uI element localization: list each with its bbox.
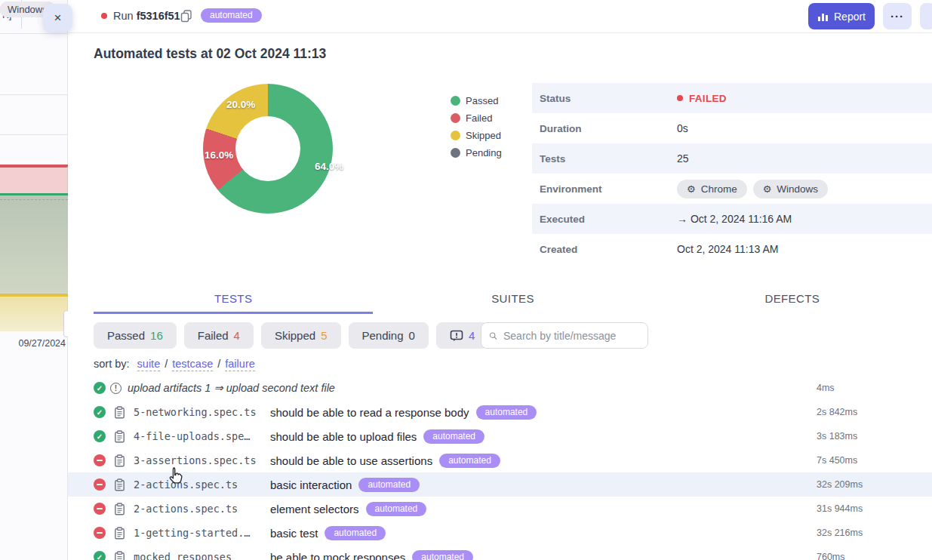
run-status-dot <box>101 13 107 19</box>
report-button[interactable]: Report <box>808 3 875 29</box>
status-filter-bar: Passed 16 Failed 4 Skipped 5 Pending 0 4 <box>94 322 488 349</box>
filter-label: Failed <box>198 329 229 342</box>
sort-separator: / <box>217 358 220 370</box>
test-row[interactable]: 3-assertions.spec.ts should be able to u… <box>68 448 932 472</box>
test-row[interactable]: 5-networking.spec.ts should be able to r… <box>68 400 932 424</box>
summary-label: Created <box>532 244 677 255</box>
partial-button[interactable] <box>920 3 932 29</box>
tab-defects[interactable]: DEFECTS <box>653 285 932 314</box>
filter-skipped-button[interactable]: Skipped 5 <box>261 322 341 349</box>
environment-chip-label: Chrome <box>701 183 737 195</box>
result-tabs: TESTS SUITES DEFECTS <box>94 285 932 314</box>
test-row[interactable]: 1-getting-started.… basic testautomated … <box>68 521 932 545</box>
test-title: basic interaction <box>270 478 352 491</box>
more-options-button[interactable]: ··· <box>883 3 912 29</box>
legend-item-skipped[interactable]: Skipped <box>451 127 502 144</box>
summary-value: 25 <box>677 152 689 165</box>
filter-label: Passed <box>107 329 145 342</box>
passed-status-icon <box>94 382 106 394</box>
legend-label: Skipped <box>466 130 501 141</box>
legend-label: Passed <box>466 95 498 106</box>
passed-status-icon <box>94 551 106 560</box>
copy-icon[interactable] <box>180 9 193 23</box>
close-panel-button[interactable]: × <box>43 4 72 32</box>
report-button-label: Report <box>834 11 866 23</box>
summary-row-tests: Tests 25 <box>532 143 932 174</box>
test-row[interactable]: 4-file-uploads.spe… should be able to up… <box>68 424 932 448</box>
chart-skipped-area <box>0 297 68 331</box>
test-title: element selectors <box>270 503 359 515</box>
summary-label: Tests <box>532 153 677 165</box>
summary-label: Environment <box>532 183 677 195</box>
filter-count: 4 <box>234 329 240 342</box>
sort-by-testcase-link[interactable]: testcase <box>172 358 213 371</box>
sort-by-failure-link[interactable]: failure <box>225 358 255 371</box>
filter-failed-button[interactable]: Failed 4 <box>184 322 254 349</box>
chart-failed-area <box>0 168 68 193</box>
test-duration: 7s 450ms <box>817 455 932 466</box>
automated-badge: automated <box>358 478 420 492</box>
test-duration: 760ms <box>817 552 932 560</box>
summary-label: Executed <box>532 214 677 225</box>
search-icon <box>489 330 497 342</box>
automated-badge: automated <box>201 8 262 23</box>
clipboard-icon <box>113 430 126 443</box>
legend-item-failed[interactable]: Failed <box>451 109 502 127</box>
summary-row-created: Created Oct 2, 2024 11:13 AM <box>532 234 932 264</box>
test-file: 2-actions.spec.ts <box>134 478 270 491</box>
ellipsis-icon: ··· <box>890 10 904 23</box>
search-input[interactable] <box>503 330 640 342</box>
filter-passed-button[interactable]: Passed 16 <box>94 322 177 349</box>
gear-icon: ⚙ <box>687 183 696 195</box>
run-title: Run f5316f51 <box>113 10 180 22</box>
test-row-highlighted[interactable]: 2-actions.spec.ts basic interactionautom… <box>68 472 932 497</box>
failed-status-icon <box>94 527 106 539</box>
run-summary-table: Status FAILED Duration 0s Tests 25 Envir… <box>532 83 932 264</box>
test-duration: 2s 842ms <box>817 407 932 417</box>
test-title: basic test <box>270 527 318 540</box>
filter-count: 16 <box>150 329 163 342</box>
bar-chart-icon <box>817 11 829 22</box>
test-row[interactable]: 2-actions.spec.ts element selectorsautom… <box>68 497 932 521</box>
test-file: 3-assertions.spec.ts <box>134 454 270 466</box>
test-duration: 3s 183ms <box>817 431 932 442</box>
tab-tests[interactable]: TESTS <box>94 285 373 314</box>
test-row-step[interactable]: ! upload artifacts 1 ⇒ upload second tex… <box>68 376 932 400</box>
clipboard-icon <box>113 551 126 560</box>
legend-dot <box>451 131 460 140</box>
test-file: 5-networking.spec.ts <box>134 406 270 418</box>
clipboard-icon <box>113 406 126 419</box>
test-duration: 32s 216ms <box>817 528 932 538</box>
passed-status-icon <box>94 406 106 418</box>
automated-badge: automated <box>476 405 537 420</box>
summary-row-environment: Environment ⚙ Chrome ⚙ Windows <box>532 174 932 204</box>
clipboard-icon <box>113 503 126 515</box>
test-row[interactable]: mocked responses be able to mock respons… <box>68 545 932 560</box>
background-area-chart-fragment <box>0 165 68 337</box>
legend-item-pending[interactable]: Pending <box>451 144 502 162</box>
environment-chip-chrome[interactable]: ⚙ Chrome <box>677 180 747 198</box>
test-duration: 4ms <box>817 383 932 393</box>
test-title: be able to mock responses <box>270 551 405 560</box>
summary-value: Oct 2, 2024 11:13 AM <box>677 243 778 255</box>
filter-pending-button[interactable]: Pending 0 <box>349 322 429 349</box>
test-duration: 31s 944ms <box>817 503 932 514</box>
test-title: should be able to use assertions <box>270 454 432 467</box>
legend-label: Failed <box>466 112 492 124</box>
background-page-strip: K] 09/27/2024 Windows 25 test Windows 25… <box>0 0 68 560</box>
legend-item-passed[interactable]: Passed <box>451 92 502 109</box>
divider <box>0 33 68 34</box>
comment-icon <box>450 330 463 342</box>
sort-label: sort by: <box>94 358 130 370</box>
tab-suites[interactable]: SUITES <box>373 285 652 314</box>
search-box <box>481 322 648 349</box>
sort-by-suite-link[interactable]: suite <box>137 358 161 371</box>
summary-value: → Oct 2, 2024 11:16 AM <box>677 213 792 225</box>
automated-badge: automated <box>439 454 500 468</box>
summary-label: Status <box>532 93 677 104</box>
test-duration: 32s 209ms <box>817 479 932 490</box>
sort-bar: sort by: suite/testcase/failure <box>94 358 255 370</box>
environment-chip-windows[interactable]: ⚙ Windows <box>753 180 828 198</box>
slice-label-passed: 64.0% <box>315 161 343 172</box>
passed-status-icon <box>94 430 106 442</box>
